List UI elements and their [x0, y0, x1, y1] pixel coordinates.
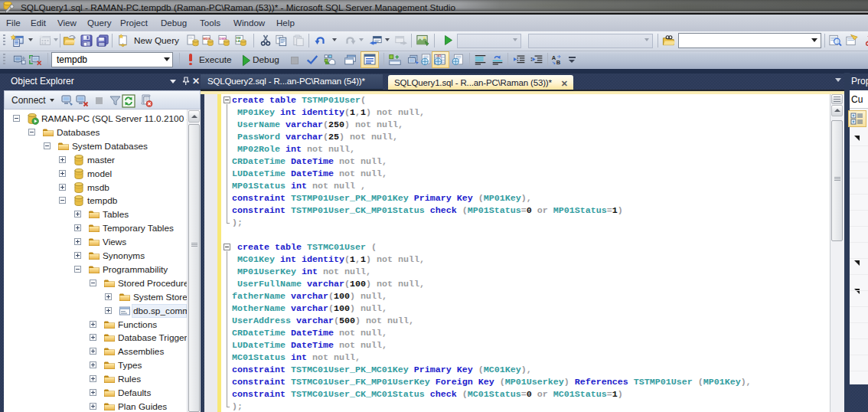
svg-text:101: 101 — [436, 54, 441, 57]
svg-text:LA: LA — [236, 39, 240, 43]
svg-text:B: B — [556, 59, 561, 66]
svg-text:A: A — [552, 54, 556, 61]
